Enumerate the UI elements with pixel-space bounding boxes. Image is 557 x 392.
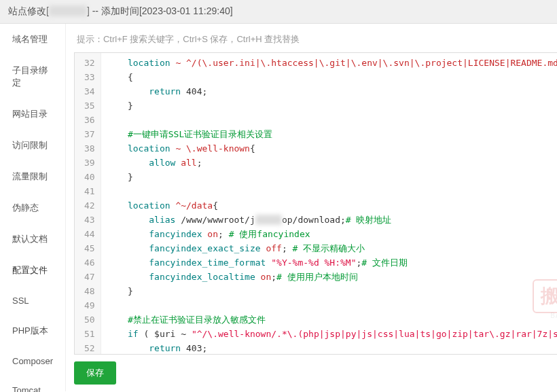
sidebar-item-11[interactable]: Tomcat [0, 376, 65, 392]
line-number: 39 [84, 156, 95, 170]
code-line[interactable]: #一键申请SSL证书验证目录相关设置 [107, 127, 557, 141]
code-line[interactable]: #禁止在证书验证目录放入敏感文件 [107, 313, 557, 327]
code-line[interactable]: fancyindex_time_format "%Y-%m-%d %H:%M";… [107, 255, 557, 270]
line-number: 41 [84, 184, 95, 198]
sidebar-item-2[interactable]: 网站目录 [0, 99, 65, 130]
code-line[interactable] [107, 298, 557, 313]
sidebar-item-6[interactable]: 默认文档 [0, 224, 65, 255]
line-gutter: 3233343536373839404142434445464748495051… [75, 53, 101, 354]
line-number: 52 [84, 341, 95, 355]
line-number: 40 [84, 170, 95, 184]
code-editor[interactable]: 3233343536373839404142434445464748495051… [74, 52, 557, 355]
title-prefix: 站点修改[ [8, 5, 49, 16]
code-line[interactable]: alias /www/wwwroot/jxxxxxop/download;# 映… [107, 213, 557, 227]
line-number: 37 [84, 127, 95, 141]
code-line[interactable]: { [107, 70, 557, 84]
line-number: 43 [84, 213, 95, 227]
line-number: 35 [84, 99, 95, 113]
window-title: 站点修改[xxxxxxxx] -- 添加时间[2023-03-01 11:29:… [0, 0, 557, 24]
code-line[interactable]: } [107, 284, 557, 298]
sidebar: 域名管理子目录绑定网站目录访问限制流量限制伪静态默认文档配置文件SSLPHP版本… [0, 24, 66, 391]
line-number: 44 [84, 227, 95, 241]
line-number: 34 [84, 84, 95, 99]
code-line[interactable]: return 404; [107, 84, 557, 99]
code-line[interactable]: } [107, 99, 557, 113]
sidebar-item-8[interactable]: SSL [0, 286, 65, 315]
sidebar-item-0[interactable]: 域名管理 [0, 24, 65, 55]
line-number: 47 [84, 270, 95, 284]
hint-text: 提示：Ctrl+F 搜索关键字，Ctrl+S 保存，Ctrl+H 查找替换 [74, 29, 557, 52]
code-line[interactable]: fancyindex on; # 使用fancyindex [107, 227, 557, 241]
sidebar-item-3[interactable]: 访问限制 [0, 130, 65, 161]
code-line[interactable]: if ( $uri ~ "^/\.well-known/.*\.(php|jsp… [107, 327, 557, 341]
code-line[interactable]: fancyindex_exact_size off; # 不显示精确大小 [107, 241, 557, 255]
code-line[interactable]: location ~ ^/(\.user.ini|\.htaccess|\.gi… [107, 56, 557, 70]
line-number: 51 [84, 327, 95, 341]
title-blur: xxxxxxxx [49, 5, 87, 16]
code-line[interactable]: return 403; [107, 341, 557, 354]
sidebar-item-9[interactable]: PHP版本 [0, 315, 65, 346]
line-number: 46 [84, 255, 95, 270]
code-line[interactable]: fancyindex_localtime on;# 使用用户本地时间 [107, 270, 557, 284]
sidebar-item-4[interactable]: 流量限制 [0, 161, 65, 192]
sidebar-item-5[interactable]: 伪静态 [0, 192, 65, 224]
sidebar-item-7[interactable]: 配置文件 [0, 255, 65, 286]
line-number: 32 [84, 56, 95, 70]
code-line[interactable]: location ~ \.well-known{ [107, 141, 557, 156]
line-number: 36 [84, 113, 95, 127]
title-suffix: ] -- 添加时间[2023-03-01 11:29:40] [87, 5, 233, 16]
code-area[interactable]: location ~ ^/(\.user.ini|\.htaccess|\.gi… [101, 53, 557, 354]
line-number: 45 [84, 241, 95, 255]
code-line[interactable] [107, 184, 557, 198]
line-number: 33 [84, 70, 95, 84]
line-number: 49 [84, 298, 95, 313]
main-panel: 提示：Ctrl+F 搜索关键字，Ctrl+S 保存，Ctrl+H 查找替换 32… [66, 24, 557, 391]
line-number: 38 [84, 141, 95, 156]
code-line[interactable] [107, 113, 557, 127]
save-button[interactable]: 保存 [74, 361, 116, 385]
line-number: 42 [84, 198, 95, 213]
code-line[interactable]: location ^~/data{ [107, 198, 557, 213]
code-line[interactable]: } [107, 170, 557, 184]
sidebar-item-10[interactable]: Composer [0, 346, 65, 376]
code-line[interactable]: allow all; [107, 156, 557, 170]
sidebar-item-1[interactable]: 子目录绑定 [0, 55, 65, 99]
line-number: 50 [84, 313, 95, 327]
line-number: 48 [84, 284, 95, 298]
